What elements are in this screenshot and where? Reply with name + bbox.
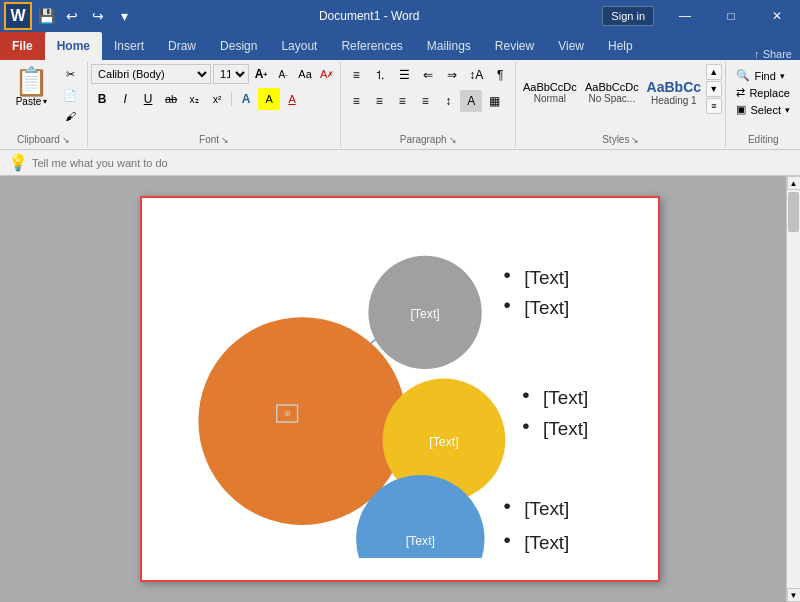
close-button[interactable]: ✕ bbox=[754, 0, 800, 32]
subscript-button[interactable]: x₂ bbox=[183, 88, 205, 110]
tab-mailings[interactable]: Mailings bbox=[415, 32, 483, 60]
paragraph-row1: ≡ ⒈ ☰ ⇐ ⇒ ↕A ¶ bbox=[345, 64, 511, 86]
styles-group-content: AaBbCcDc Normal AaBbCcDc No Spac... AaBb… bbox=[520, 64, 722, 132]
font-name-select[interactable]: Calibri (Body) bbox=[91, 64, 211, 84]
editing-group: 🔍 Find ▾ ⇄ Replace ▣ Select ▾ Editing bbox=[726, 62, 800, 147]
change-case-button[interactable]: Aa bbox=[295, 64, 315, 84]
font-expand-icon[interactable]: ↘ bbox=[221, 135, 229, 145]
style-heading1-preview: AaBbCc bbox=[647, 79, 701, 95]
style-normal-item[interactable]: AaBbCcDc Normal bbox=[520, 64, 580, 120]
align-left-button[interactable]: ≡ bbox=[345, 90, 367, 112]
align-center-button[interactable]: ≡ bbox=[368, 90, 390, 112]
minimize-button[interactable]: — bbox=[662, 0, 708, 32]
redo-qat-button[interactable]: ↪ bbox=[86, 4, 110, 28]
editing-group-content: 🔍 Find ▾ ⇄ Replace ▣ Select ▾ bbox=[732, 64, 794, 132]
tab-draw[interactable]: Draw bbox=[156, 32, 208, 60]
sort-button[interactable]: ↕A bbox=[465, 64, 487, 86]
scroll-down-button[interactable]: ▼ bbox=[787, 588, 801, 602]
bullet-3-1-dot: • bbox=[503, 494, 510, 517]
paragraph-group-content: ≡ ⒈ ☰ ⇐ ⇒ ↕A ¶ ≡ ≡ ≡ ≡ ↕ A ▦ bbox=[345, 64, 511, 132]
shading-button[interactable]: A bbox=[460, 90, 482, 112]
decrease-indent-button[interactable]: ⇐ bbox=[417, 64, 439, 86]
replace-button[interactable]: ⇄ Replace bbox=[732, 85, 793, 100]
clear-formatting-button[interactable]: A✗ bbox=[317, 64, 337, 84]
font-grow-button[interactable]: A+ bbox=[251, 64, 271, 84]
smartart-diagram[interactable]: ⊞ [Text] [Text] [Text] • [Text] • [Text]… bbox=[162, 218, 622, 558]
italic-button[interactable]: I bbox=[114, 88, 136, 110]
sign-in-button[interactable]: Sign in bbox=[602, 6, 654, 26]
paragraph-group: ≡ ⒈ ☰ ⇐ ⇒ ↕A ¶ ≡ ≡ ≡ ≡ ↕ A ▦ Paragraph ↘ bbox=[341, 62, 516, 147]
bold-button[interactable]: B bbox=[91, 88, 113, 110]
find-button[interactable]: 🔍 Find ▾ bbox=[732, 68, 788, 83]
bullet-3-2-dot: • bbox=[503, 528, 510, 551]
document-area: ▲ ▼ ⊞ [Text] [Text] bbox=[0, 176, 800, 602]
tab-review[interactable]: Review bbox=[483, 32, 546, 60]
align-right-button[interactable]: ≡ bbox=[391, 90, 413, 112]
bullets-button[interactable]: ≡ bbox=[345, 64, 367, 86]
tab-file[interactable]: File bbox=[0, 32, 45, 60]
increase-indent-button[interactable]: ⇒ bbox=[441, 64, 463, 86]
bullet-3-1-text: [Text] bbox=[524, 498, 569, 519]
font-size-select[interactable]: 11 bbox=[213, 64, 249, 84]
font-label: Font ↘ bbox=[199, 134, 229, 145]
tab-design[interactable]: Design bbox=[208, 32, 269, 60]
image-placeholder-text: ⊞ bbox=[284, 409, 291, 418]
show-marks-button[interactable]: ¶ bbox=[489, 64, 511, 86]
title-bar-right: Sign in — □ ✕ bbox=[602, 0, 800, 32]
title-bar-left: W 💾 ↩ ↪ ▾ bbox=[0, 2, 136, 30]
maximize-button[interactable]: □ bbox=[708, 0, 754, 32]
vertical-scrollbar[interactable]: ▲ ▼ bbox=[786, 176, 800, 602]
scroll-up-button[interactable]: ▲ bbox=[787, 176, 801, 190]
undo-qat-button[interactable]: ↩ bbox=[60, 4, 84, 28]
save-qat-button[interactable]: 💾 bbox=[34, 4, 58, 28]
font-name-row: Calibri (Body) 11 A+ A- Aa A✗ bbox=[91, 64, 337, 84]
replace-icon: ⇄ bbox=[736, 86, 745, 99]
style-scroll-up-button[interactable]: ▲ bbox=[706, 64, 722, 80]
customize-qat-button[interactable]: ▾ bbox=[112, 4, 136, 28]
superscript-button[interactable]: x² bbox=[206, 88, 228, 110]
style-no-spacing-item[interactable]: AaBbCcDc No Spac... bbox=[582, 64, 642, 120]
underline-button[interactable]: U bbox=[137, 88, 159, 110]
bullet-1-1-dot: • bbox=[503, 263, 510, 286]
line-spacing-button[interactable]: ↕ bbox=[437, 90, 459, 112]
borders-button[interactable]: ▦ bbox=[483, 90, 505, 112]
scroll-thumb[interactable] bbox=[788, 192, 799, 232]
replace-label: Replace bbox=[749, 87, 789, 99]
format-painter-button[interactable]: 🖌 bbox=[59, 106, 81, 126]
scroll-track bbox=[787, 190, 800, 588]
bullet-1-2-text: [Text] bbox=[524, 297, 569, 318]
editing-label: Editing bbox=[748, 134, 779, 145]
tab-view[interactable]: View bbox=[546, 32, 596, 60]
paste-button[interactable]: 📋 Paste▾ bbox=[6, 64, 57, 111]
tab-insert[interactable]: Insert bbox=[102, 32, 156, 60]
text-effects-button[interactable]: A bbox=[235, 88, 257, 110]
clipboard-expand-icon[interactable]: ↘ bbox=[62, 135, 70, 145]
paragraph-expand-icon[interactable]: ↘ bbox=[449, 135, 457, 145]
styles-expand-icon[interactable]: ↘ bbox=[631, 135, 639, 145]
font-shrink-button[interactable]: A- bbox=[273, 64, 293, 84]
select-button[interactable]: ▣ Select ▾ bbox=[732, 102, 794, 117]
bullet-2-2-dot: • bbox=[522, 414, 529, 437]
find-icon: 🔍 bbox=[736, 69, 750, 82]
highlight-button[interactable]: A bbox=[258, 88, 280, 110]
tab-references[interactable]: References bbox=[329, 32, 414, 60]
tab-home[interactable]: Home bbox=[45, 32, 102, 60]
style-scroll-down-button[interactable]: ▼ bbox=[706, 81, 722, 97]
window-title: Document1 - Word bbox=[136, 9, 602, 23]
bullet-2-1-dot: • bbox=[522, 383, 529, 406]
share-button[interactable]: ↑ Share bbox=[754, 48, 792, 60]
copy-button[interactable]: 📄 bbox=[59, 85, 81, 105]
style-heading1-item[interactable]: AaBbCc Heading 1 bbox=[644, 64, 704, 120]
style-expand-button[interactable]: ≡ bbox=[706, 98, 722, 114]
tell-me-input[interactable] bbox=[32, 157, 792, 169]
multilevel-button[interactable]: ☰ bbox=[393, 64, 415, 86]
tab-help[interactable]: Help bbox=[596, 32, 645, 60]
find-chevron: ▾ bbox=[780, 71, 785, 81]
bullet-2-2-text: [Text] bbox=[543, 418, 588, 439]
justify-button[interactable]: ≡ bbox=[414, 90, 436, 112]
strikethrough-button[interactable]: ab bbox=[160, 88, 182, 110]
cut-button[interactable]: ✂ bbox=[59, 64, 81, 84]
font-color-button[interactable]: A bbox=[281, 88, 303, 110]
tab-layout[interactable]: Layout bbox=[269, 32, 329, 60]
numbering-button[interactable]: ⒈ bbox=[369, 64, 391, 86]
